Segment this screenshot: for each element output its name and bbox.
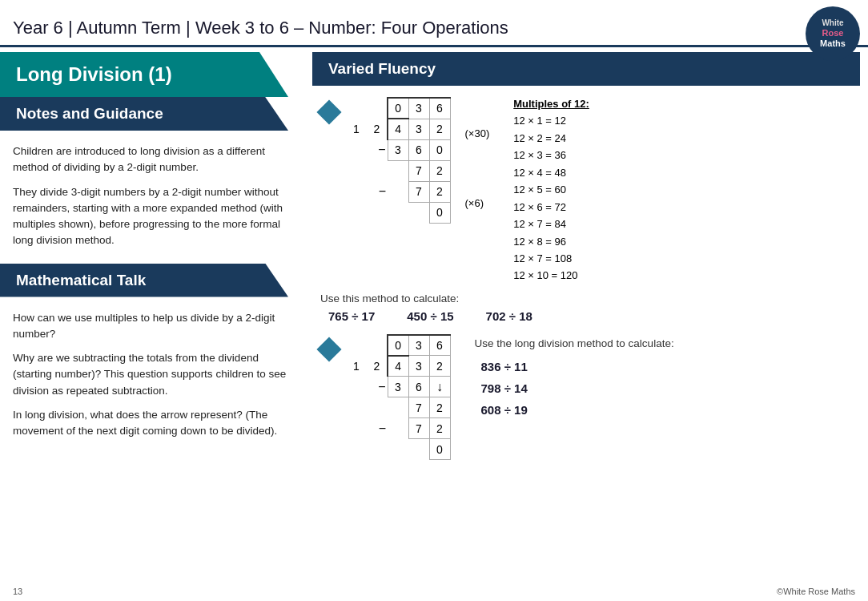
division-table-1: 0 3 6 1 2 4 3 2	[346, 95, 454, 224]
multiple-item: 12 × 4 = 48	[513, 164, 589, 181]
annotations: (×30) (×6)	[465, 95, 490, 220]
multiple-item: 12 × 2 = 24	[513, 130, 589, 147]
right-column: Varied Fluency 0 3 6	[304, 52, 868, 581]
page-title: Year 6 | Autumn Term | Week 3 to 6 – Num…	[13, 11, 508, 38]
varied-fluency-header: Varied Fluency	[312, 52, 860, 86]
multiple-item: 12 × 10 = 120	[513, 267, 589, 284]
page-header: Year 6 | Autumn Term | Week 3 to 6 – Num…	[0, 0, 868, 45]
fluency-block-1: 0 3 6 1 2 4 3 2	[312, 92, 860, 288]
left-column: Long Division (1) Notes and Guidance Chi…	[0, 52, 304, 581]
multiple-item: 12 × 8 = 96	[513, 233, 589, 250]
fluency-block-2: 0 3 6 1 2 4 3 2	[312, 329, 860, 464]
division-table-2: 0 3 6 1 2 4 3 2	[346, 333, 454, 461]
notes-guidance-text: Children are introduced to long division…	[0, 137, 304, 264]
multiple-item: 12 × 3 = 36	[513, 147, 589, 163]
multiples-block: Multiples of 12: 12 × 1 = 1212 × 2 = 241…	[513, 95, 589, 284]
long-division-header: Long Division (1)	[0, 52, 288, 97]
multiple-item: 12 × 5 = 60	[513, 181, 589, 198]
copyright: ©White Rose Maths	[777, 587, 855, 596]
multiple-item: 12 × 7 = 84	[513, 216, 589, 232]
diamond-icon-1	[316, 99, 341, 124]
multiple-item: 12 × 6 = 72	[513, 199, 589, 216]
mathematical-talk-text: How can we use multiples to help us divi…	[0, 304, 304, 454]
diamond-icon-2	[316, 337, 341, 361]
mathematical-talk-header: Mathematical Talk	[0, 264, 288, 297]
notes-guidance-header: Notes and Guidance	[0, 97, 288, 131]
long-div-method-block: Use the long division method to calculat…	[475, 333, 674, 421]
use-method-text: Use this method to calculate:	[312, 288, 860, 306]
page-footer: 13 ©White Rose Maths	[0, 587, 868, 596]
multiple-item: 12 × 1 = 12	[513, 112, 589, 129]
page-number: 13	[13, 587, 22, 596]
multiple-item: 12 × 7 = 108	[513, 250, 589, 267]
logo: White Rose Maths	[806, 6, 860, 61]
calc-row-1: 765 ÷ 17 450 ÷ 15 702 ÷ 18	[312, 306, 860, 329]
